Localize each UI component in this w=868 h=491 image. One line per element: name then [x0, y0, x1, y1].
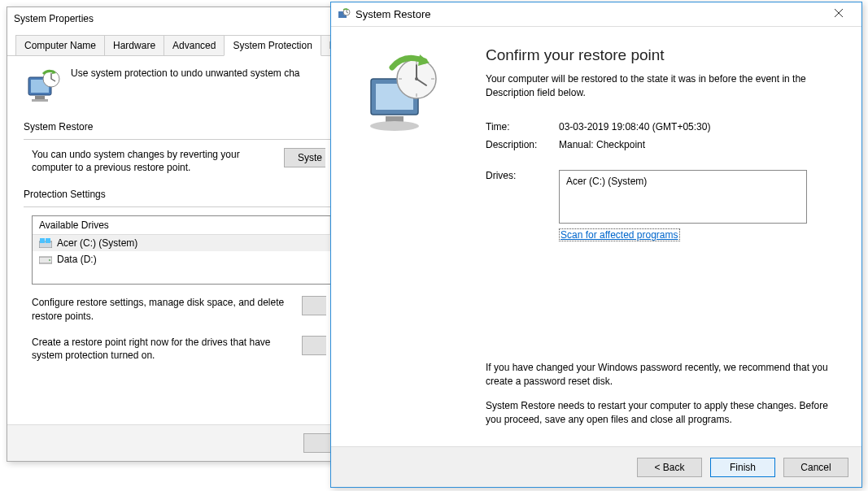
drives-listbox[interactable]: Acer (C:) (System) [559, 170, 807, 224]
password-note: If you have changed your Windows passwor… [486, 361, 835, 389]
drives-value: Acer (C:) (System) [566, 176, 647, 187]
tab-hardware[interactable]: Hardware [104, 35, 164, 55]
scan-affected-programs-link[interactable]: Scan for affected programs [559, 228, 680, 241]
drive-icon [39, 254, 52, 264]
windows-drive-icon [39, 238, 52, 248]
svg-point-15 [370, 121, 419, 131]
tab-computer-name[interactable]: Computer Name [15, 35, 105, 55]
svg-rect-14 [386, 116, 403, 122]
wizard-sidebar [331, 27, 478, 446]
svg-rect-3 [32, 99, 48, 102]
finish-button[interactable]: Finish [710, 458, 775, 477]
intro-text: Use system protection to undo unwanted s… [71, 67, 299, 79]
tab-system-protection[interactable]: System Protection [224, 35, 321, 56]
drive-name: Acer (C:) (System) [57, 237, 137, 249]
tab-advanced[interactable]: Advanced [164, 35, 225, 55]
wizard-main: Confirm your restore point Your computer… [478, 27, 861, 446]
drives-label: Drives: [486, 170, 559, 181]
restore-text: You can undo system changes by reverting… [32, 148, 276, 174]
time-value: 03-03-2019 19:08:40 (GMT+05:30) [559, 121, 837, 133]
close-icon [834, 8, 844, 20]
system-restore-large-icon [360, 51, 449, 141]
wizard-heading: Confirm your restore point [486, 46, 837, 64]
description-label: Description: [486, 139, 559, 150]
svg-rect-7 [46, 238, 50, 243]
wizard-title: System Restore [355, 8, 430, 20]
window-title: System Properties [14, 13, 94, 24]
system-restore-small-icon [338, 8, 351, 21]
configure-text: Configure restore settings, manage disk … [32, 296, 292, 322]
restart-note: System Restore needs to restart your com… [486, 399, 835, 427]
col-available-drives[interactable]: Available Drives [33, 216, 330, 234]
svg-rect-2 [35, 96, 45, 99]
cancel-button[interactable]: Cancel [783, 458, 848, 477]
drive-name: Data (D:) [57, 254, 97, 265]
wizard-footer: < Back Finish Cancel [331, 446, 861, 487]
time-label: Time: [486, 121, 559, 133]
wizard-description: Your computer will be restored to the st… [486, 72, 827, 100]
svg-point-9 [49, 259, 50, 261]
create-button[interactable] [302, 336, 326, 355]
description-value: Manual: Checkpoint [559, 139, 837, 150]
back-button[interactable]: < Back [637, 458, 702, 477]
wizard-titlebar[interactable]: System Restore [331, 2, 861, 27]
system-restore-wizard: System Restore [330, 2, 862, 488]
create-text: Create a restore point right now for the… [32, 336, 292, 362]
system-restore-button[interactable]: Syste [284, 148, 325, 167]
system-restore-icon [24, 67, 63, 106]
configure-button[interactable] [302, 296, 326, 315]
svg-rect-6 [40, 238, 45, 243]
close-button[interactable] [822, 3, 855, 26]
